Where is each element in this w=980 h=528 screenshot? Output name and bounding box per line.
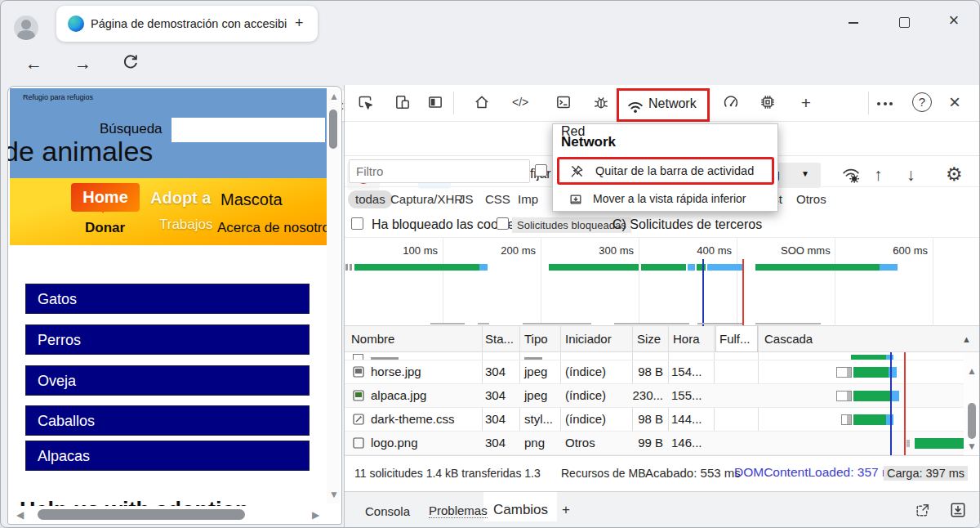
scroll-down-icon[interactable]: ▼ [967,441,977,452]
add-panel-button[interactable]: + [795,93,817,118]
table-row-dark-theme-css[interactable]: dark-theme.css 304 styl... (índice) 98 B… [345,408,980,432]
nav-about-link[interactable]: Acerca de nosotros [217,220,328,236]
drawer-position-icon[interactable] [914,502,931,521]
table-row-partial[interactable] [345,352,980,360]
nav-jobs-link[interactable]: Trabajos [159,217,213,233]
waterfall-bar [891,391,899,401]
performance-gauge-icon[interactable] [720,92,742,116]
devtools-more-menu-button[interactable] [877,102,893,105]
category-button-caballos[interactable]: Caballos [25,405,310,436]
elements-code-icon[interactable]: </> [512,96,533,120]
overview-bar [549,264,639,271]
scroll-left-icon[interactable]: ◀ [16,509,24,521]
network-summary-bar: 11 solicitudes 1.4 kB transferidas 1.3 R… [345,455,980,491]
inspect-element-icon[interactable] [354,92,376,116]
nav-adopt-link[interactable]: Adopt a [150,189,211,208]
waterfall-bar [853,414,886,425]
category-button-oveja[interactable]: Oveja [25,365,310,396]
request-name: logo.png [371,436,418,450]
category-button-perros[interactable]: Perros [25,324,310,355]
profile-avatar[interactable] [14,16,38,40]
browser-window: Página de demostración con accesibilidad… [0,0,980,528]
page-nav: Home Adopt a Mascota Donar Trabajos Acer… [10,178,328,245]
column-header-tipo[interactable]: Tipo [524,326,548,352]
collapse-drawer-icon[interactable] [949,501,967,521]
column-header-nombre[interactable]: Nombre [351,326,394,352]
clipped-text [524,357,542,360]
filter-pill-captura-xhr[interactable]: Captura/XHR [390,190,463,208]
network-tab-highlight[interactable]: Network [617,88,710,122]
device-emulation-icon[interactable] [392,92,413,116]
column-header-size[interactable]: Size [637,326,661,352]
filter-pill-otros[interactable]: Otros [796,190,826,208]
browser-tab[interactable]: Página de demostración con accesibilidad… [56,6,318,42]
waterfall-waiting-box [906,440,910,447]
column-header-fulf[interactable]: Fulf... [715,325,758,352]
nav-home-link[interactable]: Home [71,183,140,212]
blocked-cookies-checkbox[interactable] [351,217,363,230]
column-header-iniciador[interactable]: Iniciador [565,326,612,352]
menu-item-unpin-label[interactable]: Quitar de la barra de actividad [595,164,754,177]
tab-title: Página de demostración con accesibilidad… [91,17,287,30]
filter-pill-img[interactable]: Imp [518,190,538,208]
scroll-up-icon[interactable]: ▲ [967,365,977,377]
scroll-right-icon[interactable]: ▶ [312,509,319,521]
table-row-logo-png[interactable]: logo.png 304 png Otros 99 B 146... [345,432,980,455]
menu-item-move-quickview[interactable]: Mover a la vista rápida inferior [557,190,774,211]
menu-item-move-label[interactable]: Mover a la vista rápida inferior [593,192,746,205]
overview-bar [707,264,742,271]
network-overview-timeline[interactable]: 100 ms 200 ms 300 ms 400 ms SOO mms 600 … [345,238,980,326]
filter-pill-js[interactable]: JS [459,190,474,208]
forward-button[interactable]: → [74,54,91,74]
reload-button[interactable] [122,53,140,74]
devtools-close-button[interactable]: × [949,91,960,114]
table-scroll-thumb[interactable] [968,403,976,439]
category-button-alpacas[interactable]: Alpacas [25,441,310,471]
overview-bar [697,264,706,271]
column-header-cascada[interactable]: Cascada [764,326,813,352]
drawer-tab-consola[interactable]: Consola [365,504,410,518]
table-vertical-scrollbar[interactable]: ▲ ▼ [964,352,980,455]
drawer-tab-cambios[interactable]: Cambios [493,502,548,518]
sort-ascending-icon[interactable]: ▲ [962,334,971,344]
network-tab-label[interactable]: Network [648,96,697,111]
scroll-down-icon[interactable]: ▼ [329,489,339,500]
search-input[interactable] [172,118,325,142]
maximize-button[interactable] [899,17,910,28]
page-horizontal-scrollbar[interactable]: ◀ ▶ [13,505,328,523]
file-icon [353,354,363,360]
request-type: jpeg [524,365,547,378]
table-row-alpaca-jpg[interactable]: alpaca.jpg 304 jpeg (índice) 230... 155.… [345,384,980,408]
home-panel-icon[interactable] [471,92,492,116]
table-row-horse-jpg[interactable]: horse.jpg 304 jpeg (índice) 98 B 154... [345,360,980,384]
page-vertical-scrollbar[interactable]: ▲ ▼ [327,88,340,503]
page-vscroll-thumb[interactable] [329,110,337,149]
dock-side-icon[interactable] [425,92,446,116]
filter-input[interactable] [349,159,530,183]
memory-chip-icon[interactable] [757,92,778,116]
column-header-hora[interactable]: Hora [673,326,700,352]
filter-pill-todas[interactable]: todas [348,190,393,208]
drawer-tab-problemas[interactable]: Problemas [429,503,488,518]
invert-filter-checkbox[interactable] [535,164,547,177]
new-tab-button[interactable]: + [295,15,304,32]
column-header-status[interactable]: Sta... [485,326,514,352]
overview-bar [880,264,898,271]
overview-bar [688,264,695,271]
nav-adopt-label[interactable]: Mascota [220,190,283,209]
console-panel-icon[interactable] [553,92,574,116]
help-button[interactable]: ? [912,92,932,112]
nav-donate-link[interactable]: Donar [85,220,125,236]
blocked-requests-checkbox[interactable] [497,217,509,230]
back-button[interactable]: ← [25,54,42,74]
filter-pill-css[interactable]: CSS [485,190,510,208]
drawer-add-tab-button[interactable]: + [562,502,570,518]
debug-bug-icon[interactable] [590,92,612,116]
category-button-gatos[interactable]: Gatos [25,284,310,314]
close-window-button[interactable]: × [947,11,961,26]
scroll-up-icon[interactable]: ▲ [329,91,339,102]
page-hscroll-thumb[interactable] [38,509,245,520]
minimize-button[interactable] [849,22,858,24]
image-file-icon [353,390,364,401]
menu-item-unpin[interactable]: Quitar de la barra de actividad [557,157,774,185]
